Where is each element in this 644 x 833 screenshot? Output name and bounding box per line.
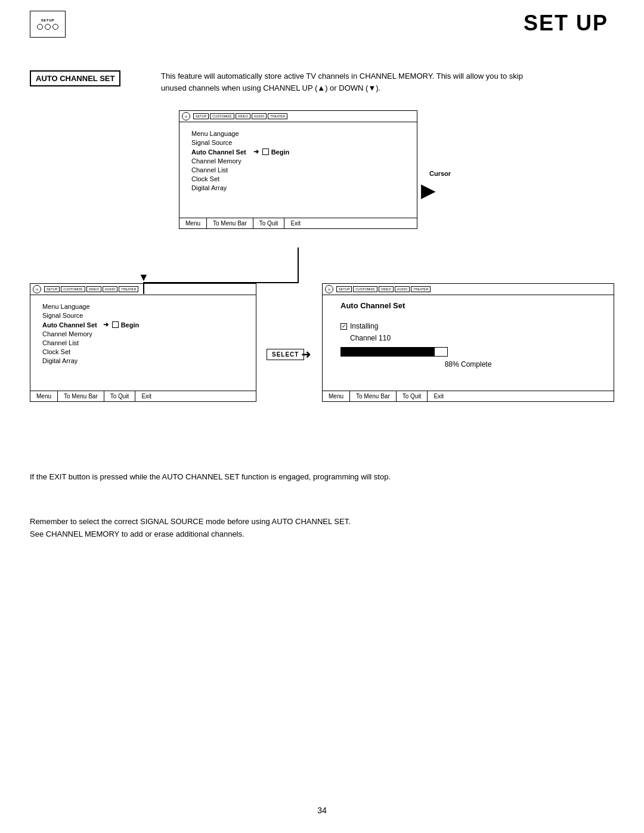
bl-bottom-tomenubar: To Menu Bar <box>58 391 104 401</box>
bl-tv-content: Menu Language Signal Source Auto Channel… <box>30 295 256 391</box>
br-bottom-exit: Exit <box>428 391 450 401</box>
auto-channel-description: This feature will automatically store ac… <box>161 70 614 94</box>
br-tab-audio: AUDIO <box>395 286 410 292</box>
setup-circle-1 <box>37 24 43 30</box>
bl-signal-source: Signal Source <box>42 312 244 319</box>
setup-icon: SETUP <box>30 11 66 38</box>
br-title: Auto Channel Set <box>340 301 596 310</box>
br-tab-customize: CUSTOMIZE <box>353 286 377 292</box>
main-clock-set: Clock Set <box>191 175 405 182</box>
main-bottom-menu: Menu <box>179 218 207 228</box>
bottom-right-tv-screen: ◎ SETUP CUSTOMIZE VIDEO AUDIO THEATER Au… <box>322 283 614 402</box>
br-channel: Channel 110 <box>350 334 596 342</box>
page-number: 34 <box>317 806 327 815</box>
br-bottom-menu: Menu <box>323 391 350 401</box>
br-tv-icon: ◎ <box>325 285 333 293</box>
bl-digital-array: Digital Array <box>42 357 244 364</box>
bl-tv-bottom-bar: Menu To Menu Bar To Quit Exit <box>30 391 256 401</box>
page-title: SET UP <box>524 11 608 36</box>
main-tab-theater: THEATER <box>268 113 287 119</box>
bl-bottom-menu: Menu <box>30 391 58 401</box>
begin-label: Begin <box>271 148 290 156</box>
bottom-left-tv-screen: ◎ SETUP CUSTOMIZE VIDEO AUDIO THEATER Me… <box>30 283 256 402</box>
cursor-label: Cursor <box>429 170 451 177</box>
bl-channel-list: Channel List <box>42 339 244 346</box>
setup-circle-2 <box>45 24 51 30</box>
bl-tab-video: VIDEO <box>86 286 101 292</box>
bl-auto-channel-set: Auto Channel Set ➜ Begin <box>42 321 244 329</box>
br-tv-menu-bar: ◎ SETUP CUSTOMIZE VIDEO AUDIO THEATER <box>323 284 614 295</box>
br-tab-video: VIDEO <box>379 286 394 292</box>
br-tab-theater: THEATER <box>411 286 431 292</box>
bl-bottom-exit: Exit <box>135 391 157 401</box>
auto-channel-set-label: AUTO CHANNEL SET <box>30 70 120 86</box>
arrow-down-icon: ▼ <box>138 271 149 284</box>
select-button[interactable]: SELECT <box>267 349 304 360</box>
main-auto-channel-set: Auto Channel Set ➜ Begin <box>191 148 405 156</box>
main-signal-source: Signal Source <box>191 139 405 146</box>
description-line2: unused channels when using CHANNEL UP (▲… <box>161 83 380 92</box>
arrow-right-icon: ➜ <box>301 347 311 361</box>
main-channel-memory: Channel Memory <box>191 157 405 165</box>
description-line1: This feature will automatically store ac… <box>161 72 523 80</box>
br-tab-setup: SETUP <box>336 286 352 292</box>
br-bottom-toquit: To Quit <box>397 391 428 401</box>
br-installing: ✓ Installing <box>340 322 596 330</box>
bl-tab-customize: CUSTOMIZE <box>61 286 85 292</box>
main-channel-list: Channel List <box>191 166 405 174</box>
progress-bar-fill <box>341 348 435 356</box>
bl-begin-label: Begin <box>121 321 140 329</box>
main-tv-screen: ◎ SETUP CUSTOMIZE VIDEO AUDIO THEATER Me… <box>179 110 417 229</box>
main-tv-icon: ◎ <box>182 112 190 120</box>
begin-checkbox <box>262 148 269 155</box>
br-tv-bottom-bar: Menu To Menu Bar To Quit Exit <box>323 391 614 401</box>
setup-icon-label: SETUP <box>41 18 55 22</box>
cursor-arrow-icon: ▶ <box>421 179 436 202</box>
br-tv-content: Auto Channel Set ✓ Installing Channel 11… <box>323 295 614 391</box>
connector-vertical <box>298 247 299 283</box>
progress-text: 88% Complete <box>340 360 596 368</box>
bl-begin-checkbox <box>112 321 119 328</box>
bl-tv-icon: ◎ <box>33 285 41 293</box>
main-tab-customize: CUSTOMIZE <box>210 113 234 119</box>
setup-circle-3 <box>52 24 58 30</box>
main-tab-video: VIDEO <box>236 113 250 119</box>
note3-line1: See CHANNEL MEMORY to add or erase addit… <box>30 529 244 538</box>
main-tv-menu-bar: ◎ SETUP CUSTOMIZE VIDEO AUDIO THEATER <box>179 111 417 122</box>
bl-tv-menu-bar: ◎ SETUP CUSTOMIZE VIDEO AUDIO THEATER <box>30 284 256 295</box>
main-bottom-exit: Exit <box>284 218 306 228</box>
note2-line1: Remember to select the correct SIGNAL SO… <box>30 517 351 526</box>
bl-tab-audio: AUDIO <box>103 286 117 292</box>
main-bottom-toquit: To Quit <box>253 218 285 228</box>
bl-menu-language: Menu Language <box>42 303 244 310</box>
bl-channel-memory: Channel Memory <box>42 330 244 337</box>
bl-tab-theater: THEATER <box>119 286 138 292</box>
main-tv-content: Menu Language Signal Source Auto Channel… <box>179 122 417 218</box>
main-tab-setup: SETUP <box>193 113 209 119</box>
installing-checkbox: ✓ <box>340 323 347 330</box>
main-bottom-tomenubar: To Menu Bar <box>207 218 253 228</box>
bl-bottom-toquit: To Quit <box>104 391 136 401</box>
main-digital-array: Digital Array <box>191 184 405 191</box>
main-tab-audio: AUDIO <box>252 113 267 119</box>
note2-text: Remember to select the correct SIGNAL SO… <box>30 516 614 541</box>
bl-tab-setup: SETUP <box>44 286 60 292</box>
br-bottom-tomenubar: To Menu Bar <box>350 391 397 401</box>
bl-clock-set: Clock Set <box>42 348 244 355</box>
progress-bar-container <box>340 347 448 357</box>
main-tv-bottom-bar: Menu To Menu Bar To Quit Exit <box>179 218 417 228</box>
installing-label: Installing <box>350 322 378 330</box>
main-menu-language: Menu Language <box>191 130 405 137</box>
note1-text: If the EXIT button is pressed while the … <box>30 471 614 484</box>
